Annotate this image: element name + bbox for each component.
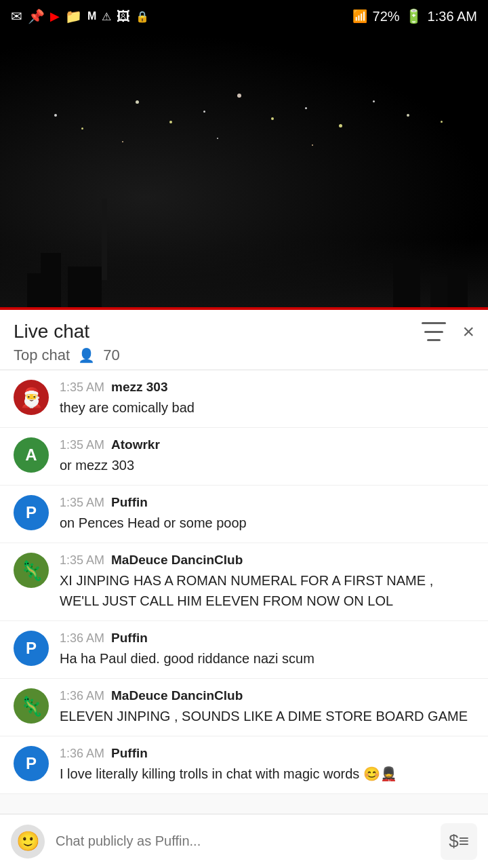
avatar-emoji: 🎅 [20, 387, 43, 409]
bookmark-icon: 📌 [28, 8, 45, 24]
chat-message-3: P 1:35 AM Puffin on Pences Head or some … [0, 486, 488, 543]
emoji-face-icon: 🙂 [16, 830, 40, 852]
message-content-1: 1:35 AM mezz 303 they are comically bad [60, 380, 474, 418]
msg-user-1: mezz 303 [111, 380, 167, 395]
chat-header-actions: × [422, 321, 474, 342]
avatar-emoji-madeuce-2: 🦎 [20, 695, 43, 717]
msg-user-4: MaDeuce DancinClub [111, 553, 243, 568]
battery-percentage: 72% [373, 9, 400, 24]
notification-icons: ✉ 📌 ▶ 📁 M ⚠ 🖼 🔒 [11, 8, 149, 24]
superchat-dollar-icon: $≡ [449, 831, 469, 852]
warning-icon: ⚠ [102, 10, 111, 23]
msg-time-7: 1:36 AM [60, 747, 104, 761]
msg-text-2: or mezz 303 [60, 455, 474, 475]
avatar-puffin-3: P [14, 746, 49, 781]
chat-message-2: A 1:35 AM Atowrkr or mezz 303 [0, 428, 488, 486]
message-content-3: 1:35 AM Puffin on Pences Head or some po… [60, 495, 474, 533]
system-status: 📶 72% 🔋 1:36 AM [352, 8, 477, 24]
avatar-letter-atowrkr: A [25, 446, 37, 465]
live-chat-title: Live chat [14, 321, 89, 342]
msg-user-3: Puffin [111, 495, 148, 510]
viewer-icon: 👤 [78, 347, 95, 363]
message-icon: ✉ [11, 8, 22, 24]
avatar-emoji-madeuce-1: 🦎 [20, 559, 43, 582]
chat-messages-list: 🎅 1:35 AM mezz 303 they are comically ba… [0, 370, 488, 848]
emoji-button[interactable]: 🙂 [11, 825, 45, 859]
filter-button[interactable] [422, 322, 446, 341]
chat-input[interactable] [56, 824, 430, 859]
wifi-icon: 📶 [352, 9, 367, 24]
youtube-icon: ▶ [50, 9, 60, 24]
top-chat-label: Top chat [14, 347, 70, 364]
msg-text-4: XI JINPING HAS A ROMAN NUMERAL FOR A FIR… [60, 570, 474, 611]
chat-input-bar: 🙂 $≡ [0, 814, 488, 868]
message-content-5: 1:36 AM Puffin Ha ha Paul died. good rid… [60, 631, 474, 669]
msg-time-5: 1:36 AM [60, 631, 104, 646]
msg-time-2: 1:35 AM [60, 438, 104, 452]
msg-text-1: they are comically bad [60, 397, 474, 418]
close-button[interactable]: × [462, 321, 474, 342]
chat-message-4: 🦎 1:35 AM MaDeuce DancinClub XI JINPING … [0, 543, 488, 621]
msg-time-6: 1:36 AM [60, 689, 104, 703]
msg-user-5: Puffin [111, 631, 148, 646]
chat-message-6: 🦎 1:36 AM MaDeuce DancinClub ELEVEN JINP… [0, 679, 488, 736]
m-icon: M [87, 10, 96, 22]
avatar-atowrkr: A [14, 437, 49, 473]
status-bar: ✉ 📌 ▶ 📁 M ⚠ 🖼 🔒 📶 72% 🔋 1:36 AM [0, 0, 488, 33]
avatar-madeuce-2: 🦎 [14, 688, 49, 724]
file-icon: 📁 [65, 8, 82, 24]
avatar-puffin-1: P [14, 495, 49, 530]
avatar-letter-puffin-2: P [26, 639, 37, 658]
shield-icon: 🔒 [136, 10, 149, 23]
avatar-mezz303: 🎅 [14, 380, 49, 415]
image-icon: 🖼 [117, 9, 130, 24]
avatar-madeuce-1: 🦎 [14, 553, 49, 588]
clock: 1:36 AM [428, 9, 477, 24]
avatar-letter-puffin-1: P [26, 503, 37, 522]
chat-message-7: P 1:36 AM Puffin I love literally killin… [0, 736, 488, 794]
chat-header: Live chat × Top chat 👤 70 [0, 310, 488, 370]
video-player[interactable] [0, 33, 488, 307]
chat-message-1: 🎅 1:35 AM mezz 303 they are comically ba… [0, 370, 488, 428]
msg-user-7: Puffin [111, 746, 148, 761]
battery-icon: 🔋 [405, 8, 422, 24]
msg-text-5: Ha ha Paul died. good riddance nazi scum [60, 648, 474, 669]
avatar-letter-puffin-3: P [26, 754, 37, 773]
msg-user-2: Atowrkr [111, 437, 160, 452]
viewer-count: 70 [103, 347, 119, 364]
superchat-button[interactable]: $≡ [441, 823, 477, 860]
avatar-puffin-2: P [14, 631, 49, 666]
msg-user-6: MaDeuce DancinClub [111, 688, 243, 703]
msg-time-3: 1:35 AM [60, 496, 104, 510]
chat-message-5: P 1:36 AM Puffin Ha ha Paul died. good r… [0, 621, 488, 679]
msg-time-1: 1:35 AM [60, 380, 104, 395]
msg-text-3: on Pences Head or some poop [60, 513, 474, 533]
msg-text-6: ELEVEN JINPING , SOUNDS LIKE A DIME STOR… [60, 706, 474, 726]
msg-time-4: 1:35 AM [60, 553, 104, 568]
message-content-4: 1:35 AM MaDeuce DancinClub XI JINPING HA… [60, 553, 474, 611]
msg-text-7: I love literally killing trolls in chat … [60, 764, 474, 784]
message-content-6: 1:36 AM MaDeuce DancinClub ELEVEN JINPIN… [60, 688, 474, 726]
message-content-7: 1:36 AM Puffin I love literally killing … [60, 746, 474, 784]
message-content-2: 1:35 AM Atowrkr or mezz 303 [60, 437, 474, 475]
